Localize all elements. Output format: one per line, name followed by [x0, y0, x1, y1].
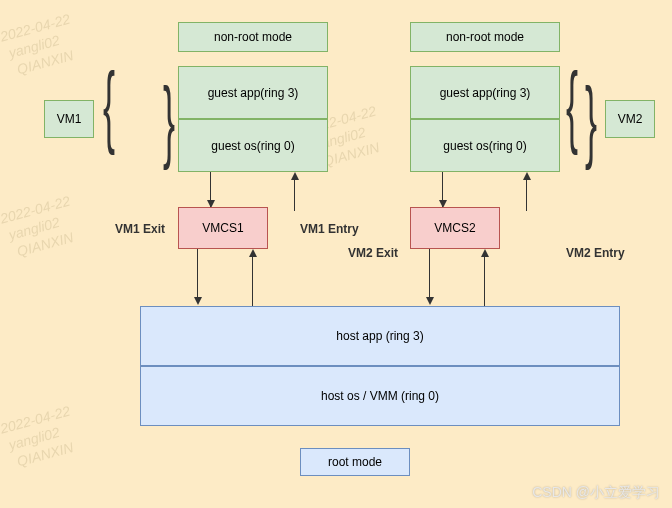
vm2-badge: VM2 — [605, 100, 655, 138]
vm1-guest-app: guest app(ring 3) — [178, 66, 328, 119]
vm2-nonroot-label: non-root mode — [410, 22, 560, 52]
brace-left-icon: } — [568, 64, 575, 176]
brace-right-icon: } — [587, 64, 594, 176]
arrowhead-icon — [249, 249, 257, 257]
watermark: 2022-04-22 yangli02 QIANXIN — [0, 192, 81, 263]
vm2-entry-arrow — [526, 176, 527, 211]
watermark: 2022-04-22 yangli02 QIANXIN — [0, 10, 81, 81]
arrowhead-icon — [523, 172, 531, 180]
vm1-up-arrow — [252, 253, 253, 306]
brace-right-icon: } — [165, 64, 172, 176]
vm1-nonroot-label: non-root mode — [178, 22, 328, 52]
credit-text: CSDN @小立爱学习 — [532, 484, 660, 502]
host-app: host app (ring 3) — [140, 306, 620, 366]
vm1-guest-os: guest os(ring 0) — [178, 119, 328, 172]
arrowhead-icon — [291, 172, 299, 180]
vm2-exit-label: VM2 Exit — [348, 246, 398, 260]
vm2-guest-app: guest app(ring 3) — [410, 66, 560, 119]
vm1-entry-arrow — [294, 176, 295, 211]
vm2-up-arrow — [484, 253, 485, 306]
vmcs2-box: VMCS2 — [410, 207, 500, 249]
watermark: 2022-04-22 yangli02 QIANXIN — [0, 402, 81, 473]
vm1-exit-label: VM1 Exit — [115, 222, 165, 236]
root-mode-label: root mode — [300, 448, 410, 476]
arrowhead-icon — [426, 297, 434, 305]
arrowhead-icon — [481, 249, 489, 257]
arrowhead-icon — [194, 297, 202, 305]
vmcs1-box: VMCS1 — [178, 207, 268, 249]
host-os: host os / VMM (ring 0) — [140, 366, 620, 426]
brace-left-icon: } — [105, 64, 112, 176]
vm2-down-arrow — [429, 249, 430, 302]
vm2-entry-label: VM2 Entry — [566, 246, 625, 260]
vm2-guest-os: guest os(ring 0) — [410, 119, 560, 172]
vm1-entry-label: VM1 Entry — [300, 222, 359, 236]
vm1-down-arrow — [197, 249, 198, 302]
vm1-badge: VM1 — [44, 100, 94, 138]
